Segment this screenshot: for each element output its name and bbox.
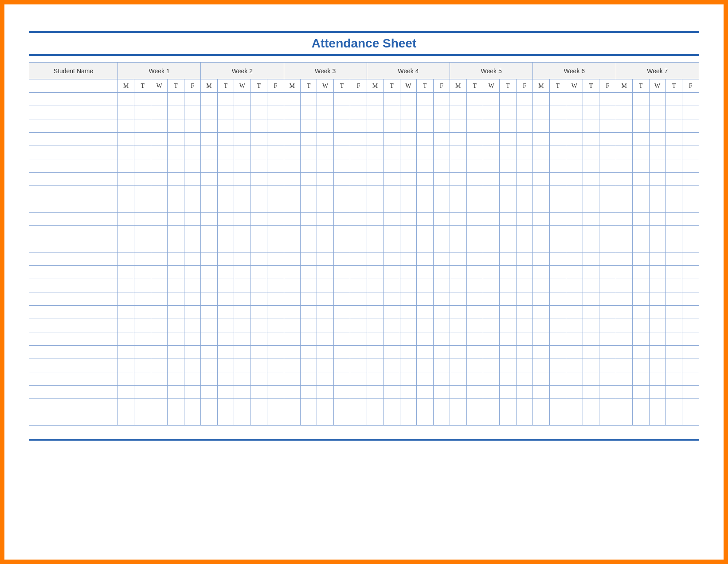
- attendance-cell[interactable]: [566, 173, 583, 186]
- attendance-cell[interactable]: [649, 279, 665, 292]
- attendance-cell[interactable]: [184, 386, 200, 399]
- attendance-cell[interactable]: [168, 412, 184, 426]
- attendance-cell[interactable]: [234, 252, 250, 266]
- attendance-cell[interactable]: [682, 199, 699, 213]
- attendance-cell[interactable]: [151, 399, 167, 412]
- attendance-cell[interactable]: [665, 213, 682, 226]
- attendance-cell[interactable]: [267, 266, 284, 279]
- attendance-cell[interactable]: [317, 159, 333, 173]
- attendance-cell[interactable]: [267, 306, 284, 319]
- attendance-cell[interactable]: [367, 186, 383, 199]
- attendance-cell[interactable]: [118, 252, 134, 266]
- attendance-cell[interactable]: [217, 359, 234, 372]
- attendance-cell[interactable]: [417, 146, 433, 159]
- attendance-cell[interactable]: [168, 359, 184, 372]
- attendance-cell[interactable]: [151, 213, 167, 226]
- attendance-cell[interactable]: [201, 119, 217, 133]
- student-name-cell[interactable]: [29, 226, 118, 239]
- attendance-cell[interactable]: [350, 93, 367, 106]
- attendance-cell[interactable]: [168, 146, 184, 159]
- attendance-cell[interactable]: [483, 319, 499, 332]
- attendance-cell[interactable]: [566, 292, 583, 306]
- attendance-cell[interactable]: [633, 133, 649, 146]
- attendance-cell[interactable]: [317, 412, 333, 426]
- attendance-cell[interactable]: [682, 332, 699, 346]
- attendance-cell[interactable]: [616, 119, 632, 133]
- attendance-cell[interactable]: [350, 386, 367, 399]
- attendance-cell[interactable]: [599, 292, 616, 306]
- attendance-cell[interactable]: [134, 346, 151, 359]
- attendance-cell[interactable]: [400, 159, 416, 173]
- attendance-cell[interactable]: [516, 252, 532, 266]
- attendance-cell[interactable]: [549, 319, 566, 332]
- attendance-cell[interactable]: [151, 359, 167, 372]
- attendance-cell[interactable]: [168, 159, 184, 173]
- attendance-cell[interactable]: [682, 266, 699, 279]
- attendance-cell[interactable]: [599, 133, 616, 146]
- attendance-cell[interactable]: [682, 213, 699, 226]
- attendance-cell[interactable]: [500, 359, 516, 372]
- attendance-cell[interactable]: [317, 133, 333, 146]
- attendance-cell[interactable]: [217, 146, 234, 159]
- attendance-cell[interactable]: [417, 412, 433, 426]
- attendance-cell[interactable]: [516, 412, 532, 426]
- attendance-cell[interactable]: [549, 266, 566, 279]
- attendance-cell[interactable]: [151, 372, 167, 386]
- attendance-cell[interactable]: [184, 306, 200, 319]
- attendance-cell[interactable]: [300, 159, 317, 173]
- attendance-cell[interactable]: [516, 146, 532, 159]
- attendance-cell[interactable]: [566, 346, 583, 359]
- attendance-cell[interactable]: [267, 359, 284, 372]
- attendance-cell[interactable]: [533, 252, 549, 266]
- attendance-cell[interactable]: [665, 133, 682, 146]
- attendance-cell[interactable]: [649, 146, 665, 159]
- attendance-cell[interactable]: [682, 359, 699, 372]
- attendance-cell[interactable]: [151, 332, 167, 346]
- attendance-cell[interactable]: [267, 93, 284, 106]
- attendance-cell[interactable]: [583, 386, 599, 399]
- attendance-cell[interactable]: [151, 306, 167, 319]
- attendance-cell[interactable]: [516, 213, 532, 226]
- attendance-cell[interactable]: [118, 412, 134, 426]
- attendance-cell[interactable]: [466, 266, 483, 279]
- attendance-cell[interactable]: [118, 186, 134, 199]
- attendance-cell[interactable]: [466, 199, 483, 213]
- attendance-cell[interactable]: [317, 372, 333, 386]
- attendance-cell[interactable]: [633, 319, 649, 332]
- attendance-cell[interactable]: [168, 252, 184, 266]
- attendance-cell[interactable]: [549, 359, 566, 372]
- attendance-cell[interactable]: [118, 346, 134, 359]
- attendance-cell[interactable]: [649, 332, 665, 346]
- attendance-cell[interactable]: [583, 93, 599, 106]
- student-name-cell[interactable]: [29, 239, 118, 252]
- attendance-cell[interactable]: [234, 119, 250, 133]
- attendance-cell[interactable]: [450, 226, 466, 239]
- attendance-cell[interactable]: [118, 279, 134, 292]
- attendance-cell[interactable]: [184, 173, 200, 186]
- attendance-cell[interactable]: [549, 146, 566, 159]
- attendance-cell[interactable]: [367, 386, 383, 399]
- attendance-cell[interactable]: [234, 93, 250, 106]
- attendance-cell[interactable]: [633, 306, 649, 319]
- attendance-cell[interactable]: [516, 399, 532, 412]
- attendance-cell[interactable]: [350, 412, 367, 426]
- student-name-cell[interactable]: [29, 412, 118, 426]
- attendance-cell[interactable]: [466, 119, 483, 133]
- attendance-cell[interactable]: [417, 279, 433, 292]
- attendance-cell[interactable]: [616, 386, 632, 399]
- attendance-cell[interactable]: [267, 173, 284, 186]
- attendance-cell[interactable]: [549, 159, 566, 173]
- attendance-cell[interactable]: [367, 226, 383, 239]
- attendance-cell[interactable]: [217, 213, 234, 226]
- attendance-cell[interactable]: [168, 133, 184, 146]
- attendance-cell[interactable]: [217, 306, 234, 319]
- attendance-cell[interactable]: [267, 279, 284, 292]
- attendance-cell[interactable]: [384, 119, 400, 133]
- attendance-cell[interactable]: [234, 319, 250, 332]
- attendance-cell[interactable]: [500, 133, 516, 146]
- attendance-cell[interactable]: [284, 266, 300, 279]
- attendance-cell[interactable]: [450, 173, 466, 186]
- attendance-cell[interactable]: [599, 93, 616, 106]
- attendance-cell[interactable]: [549, 252, 566, 266]
- attendance-cell[interactable]: [250, 106, 267, 119]
